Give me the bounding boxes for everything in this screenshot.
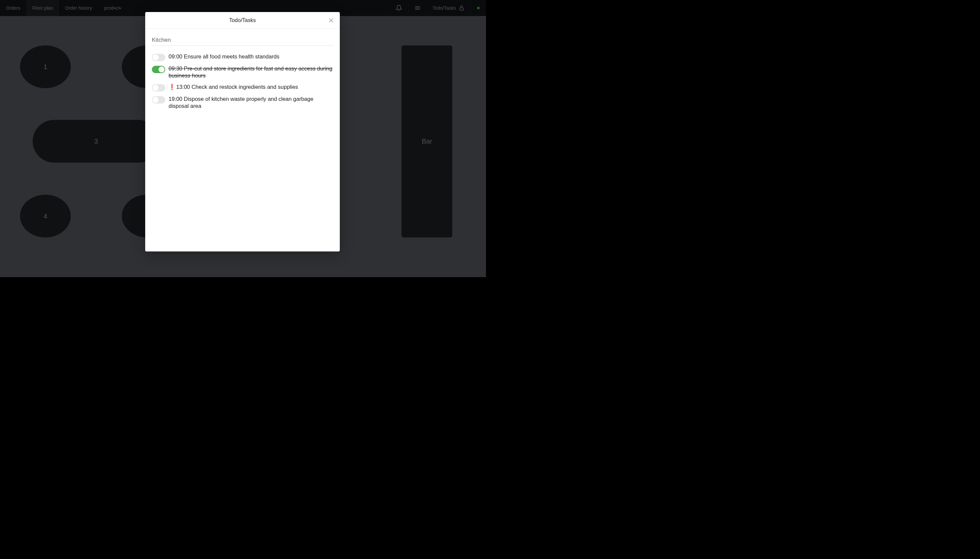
task-text: 19:00 Dispose of kitchen waste properly … [168, 96, 333, 110]
priority-icon: ❗ [168, 84, 176, 90]
todo-tasks-modal: Todo/Tasks Kitchen 09:00 Ensure all food… [145, 12, 340, 251]
task-toggle[interactable] [152, 96, 165, 104]
task-toggle[interactable] [152, 84, 165, 91]
task-toggle[interactable] [152, 66, 165, 73]
task-body: 09:30 Pre-cut and store ingredients for … [168, 65, 332, 78]
close-button[interactable] [327, 16, 336, 25]
task-body: 09:00 Ensure all food meets health stand… [168, 53, 279, 60]
task-row: 09:00 Ensure all food meets health stand… [152, 52, 333, 64]
toggle-knob [158, 66, 165, 73]
section-title: Kitchen [152, 37, 333, 46]
app-root: OrdersFloor planOrder historyprod</> Tod… [0, 0, 486, 277]
toggle-knob [153, 97, 158, 103]
tasks-list: 09:00 Ensure all food meets health stand… [152, 52, 333, 112]
task-toggle[interactable] [152, 54, 165, 61]
task-text: 09:30 Pre-cut and store ingredients for … [168, 65, 333, 79]
task-body: 13:00 Check and restock ingredients and … [176, 84, 298, 90]
modal-header: Todo/Tasks [145, 12, 340, 29]
toggle-knob [153, 55, 158, 60]
modal-body: Kitchen 09:00 Ensure all food meets heal… [145, 29, 340, 251]
toggle-knob [153, 85, 158, 91]
task-row: ❗13:00 Check and restock ingredients and… [152, 82, 333, 94]
modal-title: Todo/Tasks [229, 17, 256, 23]
task-row: 19:00 Dispose of kitchen waste properly … [152, 94, 333, 112]
close-icon [328, 17, 335, 24]
task-text: 09:00 Ensure all food meets health stand… [168, 53, 333, 60]
task-text: ❗13:00 Check and restock ingredients and… [168, 83, 333, 91]
task-row: 09:30 Pre-cut and store ingredients for … [152, 64, 333, 82]
task-body: 19:00 Dispose of kitchen waste properly … [168, 96, 313, 109]
